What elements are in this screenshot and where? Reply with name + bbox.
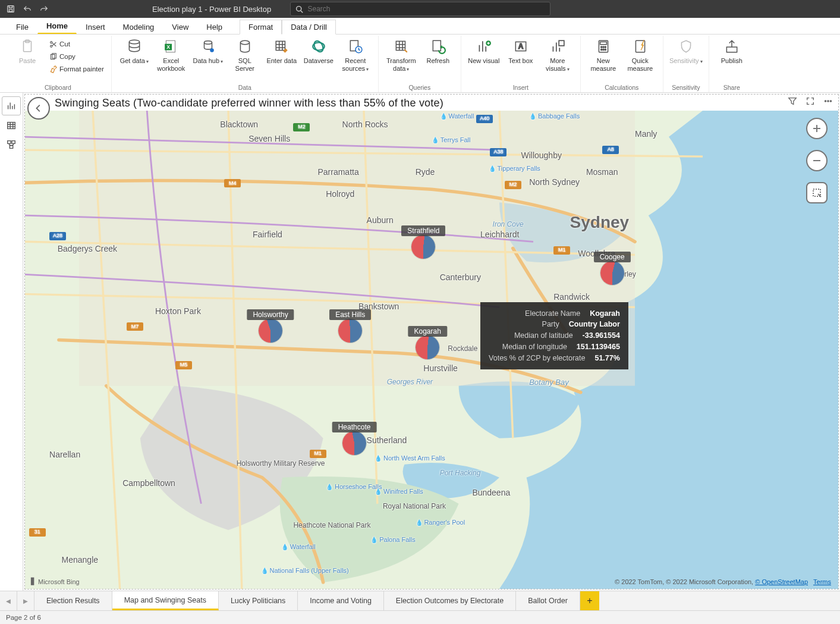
more-visuals-icon <box>549 38 566 55</box>
data-view-button[interactable] <box>2 117 20 134</box>
svg-rect-21 <box>433 40 441 51</box>
pie-icon <box>411 235 435 259</box>
ribbon-tab-insert[interactable]: Insert <box>77 20 114 34</box>
visual-title: Swinging Seats (Two-candidate preferred … <box>25 95 838 111</box>
ribbon-tab-format[interactable]: Format <box>240 20 282 35</box>
map-lasso-button[interactable] <box>806 182 828 203</box>
ribbon-tab-modeling[interactable]: Modeling <box>114 20 163 34</box>
page-tab[interactable]: Map and Swinging Seats <box>112 591 219 610</box>
table-pencil-icon <box>273 38 290 55</box>
electorate-tag: Kogarah <box>408 326 446 337</box>
filter-icon[interactable] <box>787 96 798 106</box>
window-title: Election play 1 - Power BI Desktop <box>152 5 271 14</box>
recent-icon <box>347 38 364 55</box>
electorate-marker[interactable]: Holsworthy <box>259 319 282 343</box>
map-visual[interactable]: Swinging Seats (Two-candidate preferred … <box>25 95 838 589</box>
svg-point-29 <box>603 46 604 48</box>
svg-point-28 <box>600 46 602 48</box>
svg-point-40 <box>825 101 826 102</box>
zoom-out-button[interactable] <box>806 150 828 171</box>
ribbon-tab-file[interactable]: File <box>7 20 37 34</box>
search-icon <box>295 5 303 13</box>
chart-add-icon <box>476 38 492 55</box>
ribbon-group-clipboard: Paste Cut Copy Format painter Clipboard <box>5 36 112 92</box>
redo-icon[interactable] <box>37 2 51 16</box>
status-bar: Page 2 of 6 <box>0 610 840 624</box>
clipboard-icon <box>19 38 36 55</box>
page-tab[interactable]: Lucky Politicians <box>219 591 298 610</box>
database-icon <box>126 38 143 55</box>
svg-rect-36 <box>8 123 15 129</box>
focus-mode-back-button[interactable] <box>27 97 50 120</box>
text-box-button[interactable]: AText box <box>503 37 539 66</box>
undo-icon[interactable] <box>20 2 34 16</box>
search-input[interactable] <box>307 4 545 14</box>
page-tab[interactable]: Income and Voting <box>298 591 384 610</box>
format-painter-button[interactable]: Format painter <box>46 63 106 75</box>
add-page-button[interactable]: + <box>580 591 599 610</box>
page-tab[interactable]: Election Results <box>34 591 112 610</box>
ribbon-group-data: Get data▾ XExcel workbook Data hub▾ SQL … <box>112 36 379 92</box>
page-prev-button[interactable]: ◄ <box>0 591 17 610</box>
pie-icon <box>600 261 624 285</box>
report-view-button[interactable] <box>2 96 21 115</box>
get-data-button[interactable]: Get data▾ <box>117 37 152 66</box>
recent-sources-button[interactable]: Recent sources▾ <box>338 37 373 73</box>
bing-logo: ▋Microsoft Bing <box>31 578 80 585</box>
electorate-marker[interactable]: East Hills <box>338 319 362 343</box>
page-tab-strip: ◄ ► Election ResultsMap and Swinging Sea… <box>0 591 840 610</box>
svg-point-32 <box>603 49 604 50</box>
sql-server-button[interactable]: SQL Server <box>227 37 263 73</box>
data-hub-button[interactable]: Data hub▾ <box>190 37 226 66</box>
page-next-button[interactable]: ► <box>17 591 34 610</box>
svg-point-5 <box>50 45 52 47</box>
report-canvas[interactable]: Swinging Seats (Two-candidate preferred … <box>23 93 840 591</box>
ribbon-tab-view[interactable]: View <box>163 20 197 34</box>
svg-point-42 <box>830 101 831 102</box>
electorate-tag: Heathcote <box>332 422 377 432</box>
ribbon-tab-help[interactable]: Help <box>197 20 231 34</box>
sql-icon <box>237 38 253 55</box>
more-visuals-button[interactable]: More visuals▾ <box>540 37 575 73</box>
publish-button[interactable]: Publish <box>714 37 750 66</box>
electorate-marker[interactable]: Coogee <box>600 261 624 285</box>
excel-icon: X <box>163 38 180 55</box>
map-tooltip: Electorate NameKogarah PartyCountry Labo… <box>480 302 628 370</box>
electorate-marker[interactable]: Strathfield <box>411 235 435 259</box>
page-tab[interactable]: Ballot Order <box>516 591 580 610</box>
new-measure-button[interactable]: New measure <box>586 37 621 73</box>
focus-mode-icon[interactable] <box>805 96 816 106</box>
excel-button[interactable]: XExcel workbook <box>153 37 189 73</box>
quick-measure-button[interactable]: Quick measure <box>622 37 658 73</box>
electorate-tag: Coogee <box>594 252 631 262</box>
electorate-marker[interactable]: Heathcote <box>342 431 366 455</box>
ribbon-group-sensitivity: Sensitivity▾ Sensitivity <box>663 36 709 92</box>
ribbon-tab-data-drill[interactable]: Data / Drill <box>282 20 336 35</box>
more-options-icon[interactable] <box>823 96 833 106</box>
quick-measure-icon <box>632 38 649 55</box>
new-visual-button[interactable]: New visual <box>466 37 502 66</box>
pie-icon <box>416 335 439 359</box>
search-box[interactable] <box>290 2 550 16</box>
map-area[interactable]: Electorate NameKogarah PartyCountry Labo… <box>25 111 838 589</box>
svg-point-31 <box>600 49 602 50</box>
zoom-in-button[interactable] <box>806 118 828 139</box>
svg-rect-0 <box>8 6 14 12</box>
electorate-marker[interactable]: Kogarah <box>416 335 439 359</box>
ribbon-tab-home[interactable]: Home <box>37 18 77 34</box>
cut-button[interactable]: Cut <box>46 38 106 50</box>
page-tab[interactable]: Election Outcomes by Electorate <box>384 591 516 610</box>
page-indicator: Page 2 of 6 <box>6 614 41 621</box>
model-view-button[interactable] <box>2 136 20 153</box>
refresh-button[interactable]: Refresh <box>420 37 456 66</box>
ribbon-group-insert: New visual AText box More visuals▾ Inser… <box>461 36 581 92</box>
copy-button[interactable]: Copy <box>46 51 106 62</box>
enter-data-button[interactable]: Enter data <box>264 37 300 66</box>
transform-data-button[interactable]: Transform data▾ <box>383 37 419 73</box>
save-icon[interactable] <box>4 2 18 16</box>
terms-link[interactable]: Terms <box>813 578 831 585</box>
pie-icon <box>338 319 362 343</box>
osm-link[interactable]: © OpenStreetMap <box>755 578 808 585</box>
ribbon-tabs: File Home Insert Modeling View Help Form… <box>0 18 840 35</box>
dataverse-button[interactable]: Dataverse <box>301 37 336 66</box>
